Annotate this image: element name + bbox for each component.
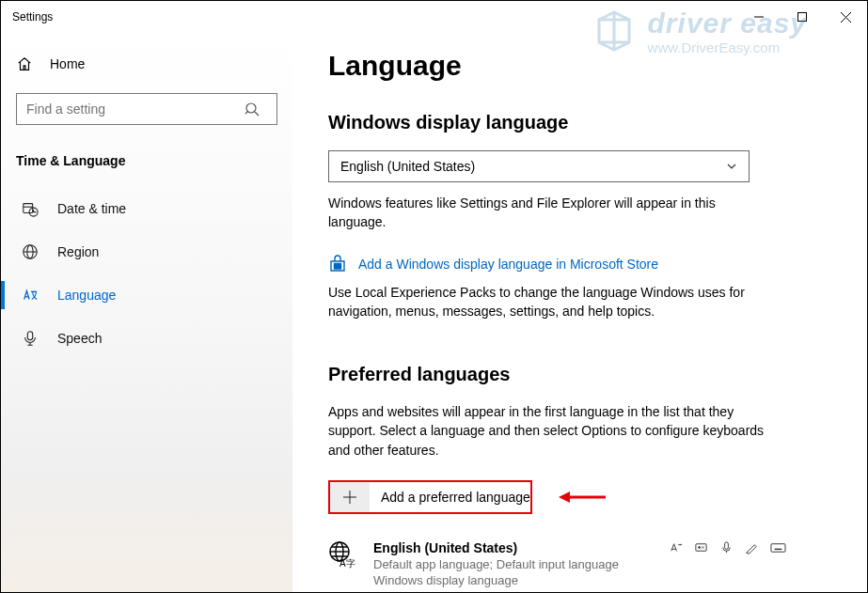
minimize-button[interactable]	[737, 1, 781, 33]
sidebar-item-speech[interactable]: Speech	[16, 317, 277, 360]
svg-rect-18	[339, 266, 341, 269]
add-language-label: Add a preferred language	[370, 490, 530, 505]
svg-rect-16	[339, 263, 341, 266]
sidebar-item-region[interactable]: Region	[16, 230, 277, 273]
language-meta: English (United States) Default app lang…	[373, 540, 619, 587]
speech-recognition-icon	[694, 540, 708, 554]
page-title: Language	[328, 50, 831, 82]
preferred-languages-heading: Preferred languages	[328, 364, 831, 385]
display-language-dropdown[interactable]: English (United States)	[328, 150, 750, 182]
svg-rect-15	[335, 263, 338, 266]
sidebar-item-label: Speech	[57, 331, 102, 346]
globe-icon	[22, 243, 39, 260]
svg-rect-26	[696, 544, 706, 552]
store-icon	[328, 255, 347, 273]
svg-point-27	[699, 547, 701, 549]
search-box[interactable]	[16, 93, 277, 125]
sidebar-item-language[interactable]: Language	[16, 273, 277, 317]
language-sub1: Default app language; Default input lang…	[373, 557, 619, 571]
sidebar-section-heading: Time & Language	[16, 153, 277, 168]
handwriting-icon	[745, 540, 759, 554]
add-language-row: Add a preferred language	[328, 480, 831, 514]
display-language-selected: English (United States)	[340, 159, 475, 174]
store-link-row[interactable]: Add a Windows display language in Micros…	[328, 255, 831, 273]
voice-icon	[719, 540, 734, 554]
svg-rect-28	[725, 542, 729, 550]
keyboard-icon	[770, 540, 786, 554]
main-content: Language Windows display language Englis…	[292, 33, 867, 593]
sidebar: Home Time & Language Date & time Region	[1, 33, 292, 593]
home-label: Home	[50, 56, 85, 71]
titlebar: Settings	[1, 1, 867, 33]
search-icon	[245, 101, 276, 117]
svg-rect-29	[771, 544, 785, 553]
sidebar-item-label: Date & time	[57, 201, 126, 216]
maximize-button[interactable]	[781, 1, 824, 33]
microphone-icon	[22, 330, 39, 347]
svg-line-6	[255, 112, 259, 116]
language-globe-icon: A字	[328, 540, 356, 587]
display-language-heading: Windows display language	[328, 112, 831, 133]
add-preferred-language-button[interactable]: Add a preferred language	[328, 480, 532, 514]
store-link-label: Add a Windows display language in Micros…	[358, 257, 658, 272]
home-nav[interactable]: Home	[16, 44, 277, 84]
sidebar-item-label: Language	[57, 288, 116, 303]
local-packs-description: Use Local Experience Packs to change the…	[328, 283, 751, 321]
calendar-clock-icon	[22, 200, 39, 217]
close-button[interactable]	[824, 1, 867, 33]
chevron-down-icon	[726, 161, 737, 172]
window-controls	[737, 1, 867, 33]
svg-rect-17	[335, 266, 338, 269]
svg-line-7	[245, 112, 248, 115]
sidebar-item-label: Region	[57, 244, 99, 259]
search-input[interactable]	[17, 94, 245, 124]
language-sub2: Windows display language	[373, 573, 619, 587]
svg-text:A字: A字	[339, 558, 355, 569]
svg-rect-14	[27, 332, 32, 340]
sidebar-item-date-time[interactable]: Date & time	[16, 187, 277, 230]
preferred-languages-description: Apps and websites will appear in the fir…	[328, 402, 780, 460]
language-feature-icons	[669, 540, 786, 554]
home-icon	[16, 55, 33, 72]
annotation-arrow	[559, 489, 606, 506]
window-title: Settings	[12, 10, 737, 23]
display-language-description: Windows features like Settings and File …	[328, 194, 751, 232]
svg-line-5	[247, 104, 255, 112]
app-body: Home Time & Language Date & time Region	[1, 33, 867, 593]
preferred-language-item[interactable]: A字 English (United States) Default app l…	[328, 540, 831, 587]
plus-icon	[330, 482, 370, 512]
language-icon	[22, 287, 39, 304]
svg-rect-1	[798, 13, 807, 22]
text-to-speech-icon	[669, 540, 683, 554]
language-name: English (United States)	[373, 540, 619, 555]
